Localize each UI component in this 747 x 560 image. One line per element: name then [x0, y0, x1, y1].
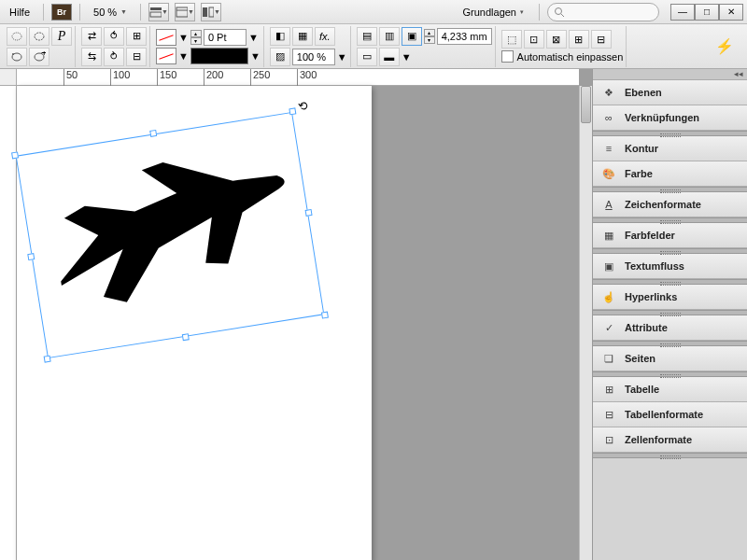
stroke-icon: ≡	[600, 141, 617, 156]
close-button[interactable]: ✕	[719, 4, 743, 21]
stroke-weight-spinner[interactable]: ▴▾	[190, 30, 202, 45]
table-icon: ⊞	[600, 382, 617, 397]
tool-ellipse-select[interactable]	[7, 48, 27, 66]
tool-ellipse-dotted[interactable]	[7, 27, 27, 46]
frame-3[interactable]: ⊠	[546, 30, 567, 49]
opacity-icon[interactable]: ▨	[270, 48, 290, 66]
view-mode-1-button[interactable]: ▼	[148, 3, 169, 21]
svg-rect-0	[150, 7, 162, 10]
fit-4[interactable]: ▭	[357, 48, 377, 66]
fit-5[interactable]: ▬	[379, 48, 400, 66]
tool-ellipse-dashed[interactable]	[29, 27, 49, 46]
rotate-cursor-icon: ⟲	[297, 98, 309, 114]
color-icon: 🎨	[600, 166, 617, 181]
panel-tabelle[interactable]: ⊞Tabelle	[593, 377, 747, 402]
panel-verknuepfungen[interactable]: ∞Verknüpfungen	[593, 105, 747, 131]
fill-none-swatch[interactable]	[156, 48, 176, 64]
align-5[interactable]: ⊞	[126, 27, 147, 46]
textwrap-icon: ▣	[600, 259, 617, 273]
menu-help[interactable]: Hilfe	[4, 5, 35, 20]
panel-seiten[interactable]: ❏Seiten	[593, 346, 747, 371]
fill-swatch[interactable]	[190, 48, 248, 64]
menubar: Hilfe Br 50 % ▼ ▼ ▼ ▼ Grundlagen ▾ — □ ✕	[0, 0, 747, 24]
bridge-button[interactable]: Br	[51, 4, 72, 21]
fx-drop-button[interactable]: ▦	[292, 27, 313, 46]
vertical-scrollbar[interactable]	[579, 86, 592, 560]
panel-hyperlinks[interactable]: ☝Hyperlinks	[593, 285, 747, 310]
resize-handle[interactable]	[27, 253, 35, 260]
frame-1[interactable]: ⬚	[501, 30, 522, 49]
panel-kontur[interactable]: ≡Kontur	[593, 136, 747, 161]
align-1[interactable]: ⇄	[81, 27, 102, 46]
opacity-field[interactable]: 100 %	[292, 49, 335, 65]
dimension-field[interactable]: 4,233 mm	[437, 28, 492, 45]
svg-rect-2	[176, 7, 188, 17]
search-input[interactable]	[547, 3, 659, 21]
resize-handle[interactable]	[289, 107, 296, 115]
svg-point-8	[12, 33, 21, 40]
minimize-button[interactable]: —	[670, 4, 695, 21]
svg-point-10	[12, 53, 14, 55]
stroke-weight-field[interactable]: 0 Pt	[204, 29, 247, 46]
resize-handle[interactable]	[149, 130, 157, 137]
panel-ebenen[interactable]: ❖Ebenen	[593, 80, 747, 105]
view-mode-2-button[interactable]: ▼	[175, 3, 195, 21]
align-4[interactable]: ⥁	[104, 48, 124, 66]
tool-paragraph[interactable]: P	[51, 27, 72, 46]
panel-attribute[interactable]: ✓Attribute	[593, 315, 747, 341]
svg-point-6	[556, 7, 562, 14]
svg-rect-4	[203, 7, 207, 17]
dimension-spinner[interactable]: ▴▾	[424, 29, 435, 44]
stroke-swatch[interactable]	[156, 29, 176, 46]
align-6[interactable]: ⊟	[126, 48, 147, 66]
fx-button[interactable]: fx.	[315, 27, 335, 46]
fit-1[interactable]: ▤	[357, 27, 377, 46]
panel-zellenformate[interactable]: ⊡Zellenformate	[593, 427, 747, 453]
chevron-down-icon: ▼	[120, 8, 127, 15]
canvas-area[interactable]: 50 100 150 200 250 300	[0, 69, 592, 560]
ruler-origin[interactable]	[0, 69, 17, 86]
horizontal-ruler[interactable]: 50 100 150 200 250 300	[17, 69, 579, 86]
fit-2[interactable]: ▥	[379, 27, 400, 46]
divider	[539, 4, 540, 21]
fit-3[interactable]: ▣	[402, 27, 422, 46]
svg-line-7	[561, 14, 564, 17]
selected-frame[interactable]: ⟲	[16, 112, 325, 358]
frame-5[interactable]: ⊟	[591, 30, 612, 49]
align-2[interactable]: ⇆	[81, 48, 102, 66]
charstyle-icon: A	[600, 197, 617, 212]
chevron-down-icon: ▼	[214, 8, 220, 15]
quick-apply-icon[interactable]: ⚡	[706, 37, 743, 55]
workspace-dropdown[interactable]: Grundlagen ▾	[456, 5, 532, 20]
divider	[43, 4, 44, 21]
view-mode-3-button[interactable]: ▼	[201, 3, 221, 21]
resize-handle[interactable]	[321, 312, 329, 319]
collapse-panels-button[interactable]: ◂◂	[593, 69, 747, 80]
tool-ellipse-plus[interactable]: +	[29, 48, 49, 66]
align-3[interactable]: ⥀	[104, 27, 124, 46]
tablestyle-icon: ⊟	[600, 407, 617, 422]
panel-zeichenformate[interactable]: AZeichenformate	[593, 192, 747, 217]
document-page[interactable]: ⟲	[17, 86, 372, 560]
scrollbar-thumb[interactable]	[581, 86, 591, 123]
layers-icon: ❖	[600, 85, 617, 100]
maximize-button[interactable]: □	[695, 4, 719, 21]
resize-handle[interactable]	[182, 333, 190, 341]
svg-text:+: +	[41, 51, 46, 58]
auto-fit-label: Automatisch einpassen	[517, 51, 624, 63]
resize-handle[interactable]	[11, 151, 19, 159]
panel-textumfluss[interactable]: ▣Textumfluss	[593, 254, 747, 279]
panel-tabellenformate[interactable]: ⊟Tabellenformate	[593, 402, 747, 427]
fx-corner-button[interactable]: ◧	[270, 27, 290, 46]
zoom-value: 50 %	[93, 7, 117, 18]
auto-fit-checkbox[interactable]	[501, 50, 514, 63]
panel-farbfelder[interactable]: ▦Farbfelder	[593, 223, 747, 248]
frame-2[interactable]: ⊡	[524, 30, 544, 49]
resize-handle[interactable]	[44, 356, 51, 363]
zoom-dropdown[interactable]: 50 % ▼	[88, 5, 133, 20]
control-toolbar: + P ⇄⇆ ⥀⥁ ⊞⊟ ▼ ▴▾ 0 Pt▼ ▼ ▼ ◧ ▦	[0, 24, 747, 69]
panel-farbe[interactable]: 🎨Farbe	[593, 161, 747, 187]
frame-4[interactable]: ⊞	[569, 30, 589, 49]
workspace-label: Grundlagen	[463, 7, 517, 18]
resize-handle[interactable]	[305, 209, 313, 217]
